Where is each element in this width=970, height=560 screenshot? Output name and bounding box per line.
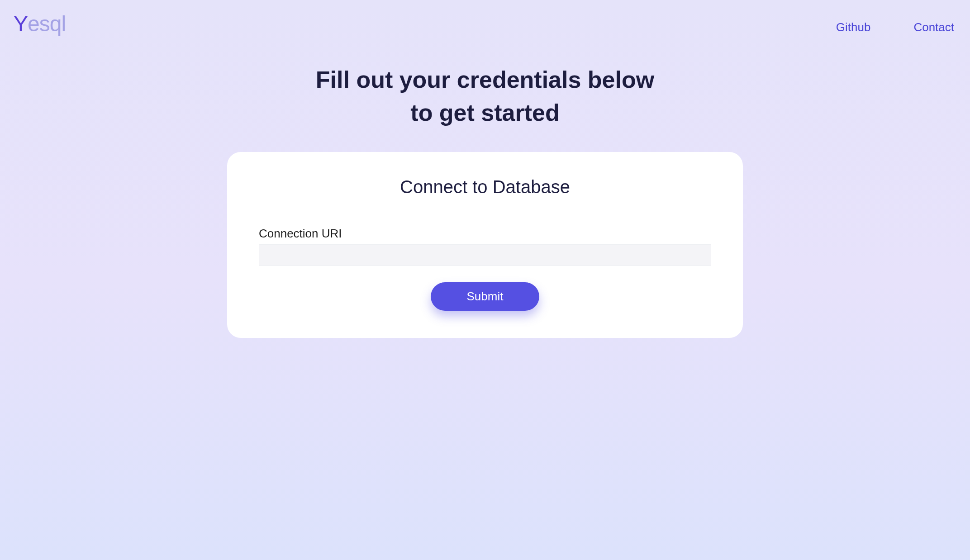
heading-line-2: to get started <box>410 100 559 126</box>
heading-line-1: Fill out your credentials below <box>316 66 654 93</box>
logo[interactable]: Yesql <box>14 11 66 36</box>
main-content: Fill out your credentials below to get s… <box>0 36 970 338</box>
logo-first-letter: Y <box>14 11 28 36</box>
page-heading: Fill out your credentials below to get s… <box>316 63 654 129</box>
submit-button[interactable]: Submit <box>431 282 540 311</box>
logo-rest: esql <box>28 11 66 36</box>
nav-link-github[interactable]: Github <box>836 20 871 34</box>
card-title: Connect to Database <box>400 177 570 197</box>
connection-uri-input[interactable] <box>259 244 711 266</box>
nav-link-contact[interactable]: Contact <box>913 20 954 34</box>
header: Yesql Github Contact <box>0 0 970 36</box>
nav: Github Contact <box>836 11 954 34</box>
connection-uri-label: Connection URI <box>259 227 711 241</box>
connect-card: Connect to Database Connection URI Submi… <box>227 152 743 338</box>
connection-uri-group: Connection URI <box>259 227 711 266</box>
